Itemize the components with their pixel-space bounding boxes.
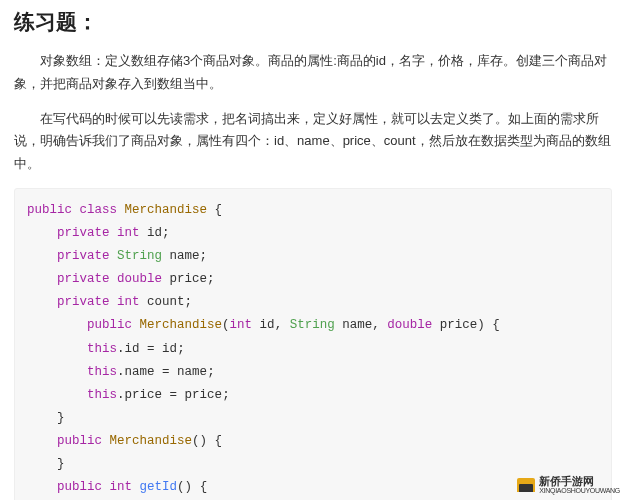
field-price: price: [170, 272, 208, 286]
page-title: 练习题：: [14, 8, 612, 36]
type-string: String: [117, 249, 162, 263]
kw-this: this: [87, 342, 117, 356]
fn-getid: getId: [140, 480, 178, 494]
type-int: int: [117, 226, 140, 240]
kw-private: private: [57, 226, 110, 240]
field-name: name: [170, 249, 200, 263]
kw-public: public: [27, 203, 72, 217]
code-block: public class Merchandise { private int i…: [14, 188, 612, 500]
constructor-name: Merchandise: [140, 318, 223, 332]
watermark-name: 新侨手游网: [539, 476, 620, 487]
class-name: Merchandise: [125, 203, 208, 217]
field-id: id: [147, 226, 162, 240]
kw-class: class: [80, 203, 118, 217]
watermark: 新侨手游网 XINQIAOSHOUYOUWANG: [517, 476, 620, 494]
watermark-url: XINQIAOSHOUYOUWANG: [539, 487, 620, 494]
paragraph-2: 在写代码的时候可以先读需求，把名词搞出来，定义好属性，就可以去定义类了。如上面的…: [14, 108, 612, 176]
field-count: count: [147, 295, 185, 309]
paragraph-1: 对象数组：定义数组存储3个商品对象。商品的属性:商品的id，名字，价格，库存。创…: [14, 50, 612, 96]
house-icon: [517, 478, 535, 492]
type-double: double: [117, 272, 162, 286]
